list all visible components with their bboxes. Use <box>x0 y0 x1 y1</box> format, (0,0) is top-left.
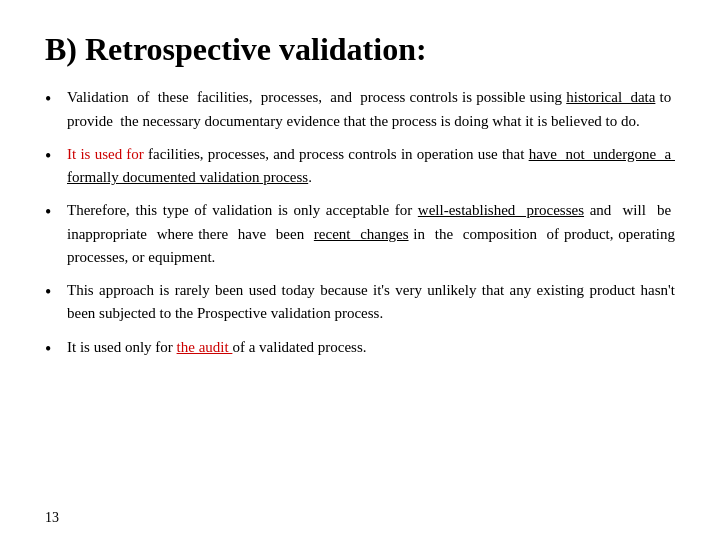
bullet-dot: • <box>45 336 63 364</box>
slide: B) Retrospective validation: • Validatio… <box>0 0 720 540</box>
bullet-text: It is used only for the audit of a valid… <box>67 336 367 359</box>
underline-text: historical data <box>566 89 655 105</box>
bullet-dot: • <box>45 143 63 171</box>
list-item: • Therefore, this type of validation is … <box>45 199 675 269</box>
list-item: • It is used for facilities, processes, … <box>45 143 675 190</box>
slide-title: B) Retrospective validation: <box>45 30 675 68</box>
underline-text: well‑established processes <box>418 202 584 218</box>
list-item: • Validation of these facilities, proces… <box>45 86 675 133</box>
list-item: • This approach is rarely been used toda… <box>45 279 675 326</box>
bullet-text: Validation of these facilities, processe… <box>67 86 675 133</box>
bullet-text: This approach is rarely been used today … <box>67 279 675 326</box>
bullet-list: • Validation of these facilities, proces… <box>45 86 675 363</box>
bullet-dot: • <box>45 279 63 307</box>
list-item: • It is used only for the audit of a val… <box>45 336 675 364</box>
slide-content: • Validation of these facilities, proces… <box>45 86 675 363</box>
slide-number: 13 <box>45 510 59 526</box>
bullet-text: Therefore, this type of validation is on… <box>67 199 675 269</box>
underline-text: have not undergone a formally documented… <box>67 146 675 185</box>
underline-text: recent changes <box>314 226 409 242</box>
bullet-dot: • <box>45 199 63 227</box>
red-text: It is used for <box>67 146 144 162</box>
red-underline-text: the audit <box>177 339 233 355</box>
bullet-text: It is used for facilities, processes, an… <box>67 143 675 190</box>
bullet-dot: • <box>45 86 63 114</box>
